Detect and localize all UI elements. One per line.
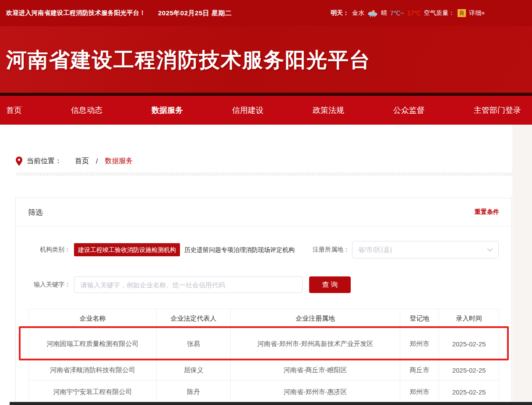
- top-bar: 欢迎进入河南省建设工程消防技术服务阳光平台！ 2025年02月25日 星期二 明…: [0, 0, 532, 26]
- weather-widget: 明天： 金水 晴 7℃~ 17℃ 空气质量： 良 详细»: [331, 0, 485, 26]
- footer-edge-bar: [10, 402, 532, 405]
- breadcrumb-label: 当前位置：: [27, 157, 62, 166]
- region-filter-group: 注册所属地： 省/市/区(县): [313, 241, 511, 258]
- nav-item-policy[interactable]: 政策法规: [313, 105, 344, 115]
- cell-company-name: 河南固瑞工程质量检测有限公司: [29, 328, 157, 360]
- table-row[interactable]: 河南宇宁安装工程有限公司 陈丹 河南省-郑州市-惠济区 郑州市 2025-02-…: [29, 381, 499, 404]
- query-button[interactable]: 查 询: [309, 276, 351, 293]
- cell-legal-representative: 陈丹: [157, 381, 231, 404]
- breadcrumb-current-link[interactable]: 数据服务: [105, 157, 133, 166]
- cell-company-name: 河南省泽顺消防科技有限公司: [29, 360, 157, 381]
- filter-title: 筛选: [28, 207, 43, 217]
- cell-entry-date: 2025-02-25: [439, 381, 499, 404]
- cell-entry-date: 2025-02-25: [439, 360, 499, 381]
- col-registered-location: 企业注册属地: [231, 309, 400, 328]
- nav-item-news[interactable]: 信息动态: [71, 105, 102, 115]
- nav-item-admin-login[interactable]: 主管部门登录: [474, 105, 521, 115]
- nav-item-credit[interactable]: 信用建设: [232, 105, 264, 115]
- results-table: 企业名称 企业法定代表人 企业注册属地 登记地 录入时间 河南固瑞工程质量检测有…: [28, 309, 499, 404]
- nav-item-supervision[interactable]: 公众监督: [393, 105, 425, 115]
- page-background-strip: [512, 125, 532, 405]
- aqi-label: 空气质量：: [424, 9, 454, 17]
- cell-registration-city: 商丘市: [400, 360, 439, 381]
- date-text: 2025年02月25日 星期二: [158, 9, 232, 17]
- location-pin-icon: [16, 157, 22, 166]
- cell-legal-representative: 屈保义: [157, 360, 231, 381]
- sun-behind-cloud-icon: [367, 10, 378, 17]
- site-title: 河南省建设工程消防技术服务阳光平台: [6, 47, 532, 73]
- keyword-label: 输入关键字：: [16, 281, 70, 289]
- nav-item-data-service[interactable]: 数据服务: [151, 105, 183, 115]
- region-label: 注册所属地：: [313, 246, 349, 254]
- cell-registration-city: 郑州市: [400, 328, 439, 360]
- breadcrumb-separator: /: [96, 157, 98, 165]
- nav-separator: [0, 93, 532, 96]
- col-company-name: 企业名称: [29, 309, 157, 328]
- keyword-input[interactable]: [74, 276, 303, 293]
- category-option-selected[interactable]: 建设工程竣工验收消防设施检测机构: [74, 243, 180, 256]
- filter-panel: 筛选 重置条件 机构类别： 建设工程竣工验收消防设施检测机构 历史遗留问题专项治…: [15, 198, 512, 405]
- category-filter-row: 机构类别： 建设工程竣工验收消防设施检测机构 历史遗留问题专项治理消防现场评定机…: [16, 241, 511, 258]
- tomorrow-label: 明天：: [331, 9, 349, 17]
- col-entry-date: 录入时间: [439, 309, 499, 328]
- chevron-down-icon: [487, 246, 493, 254]
- reset-filters-button[interactable]: 重置条件: [475, 208, 499, 216]
- breadcrumb-home-link[interactable]: 首页: [75, 157, 89, 166]
- table-row[interactable]: 河南固瑞工程质量检测有限公司 张易 河南省-郑州市-郑州高新技术产业开发区 郑州…: [29, 328, 499, 360]
- cell-registered-location: 河南省-郑州市-惠济区: [231, 381, 400, 404]
- cell-entry-date: 2025-02-25: [439, 328, 499, 360]
- cell-company-name: 河南宇宁安装工程有限公司: [29, 381, 157, 404]
- nav-item-home[interactable]: 首页: [6, 105, 22, 115]
- main-nav: 首页 信息动态 数据服务 信用建设 政策法规 公众监督 主管部门登录: [0, 96, 532, 125]
- table-row[interactable]: 河南省泽顺消防科技有限公司 屈保义 河南省-商丘市-睢阳区 商丘市 2025-0…: [29, 360, 499, 381]
- breadcrumb: 当前位置： 首页 / 数据服务: [16, 157, 532, 166]
- col-registration-city: 登记地: [400, 309, 439, 328]
- temp-high: 17℃: [407, 10, 421, 17]
- category-option-unselected[interactable]: 历史遗留问题专项治理消防现场评定机构: [184, 246, 295, 253]
- weather-condition: 晴: [381, 9, 387, 17]
- filter-panel-header: 筛选 重置条件: [16, 198, 511, 227]
- weather-detail-link[interactable]: 详细»: [469, 9, 485, 17]
- cell-registration-city: 郑州市: [400, 381, 439, 404]
- category-label: 机构类别：: [16, 246, 70, 254]
- cell-legal-representative: 张易: [157, 328, 231, 360]
- temp-low: 7℃~: [390, 10, 404, 17]
- region-select[interactable]: 省/市/区(县): [352, 241, 499, 258]
- weather-city: 金水: [352, 9, 364, 17]
- col-legal-representative: 企业法定代表人: [157, 309, 231, 328]
- aqi-badge: 良: [458, 9, 466, 17]
- site-banner: 河南省建设工程消防技术服务阳光平台: [0, 26, 532, 93]
- cell-registered-location: 河南省-郑州市-郑州高新技术产业开发区: [231, 328, 400, 360]
- region-select-placeholder: 省/市/区(县): [358, 246, 392, 254]
- cell-registered-location: 河南省-商丘市-睢阳区: [231, 360, 400, 381]
- slash-divider: [16, 172, 512, 176]
- table-header-row: 企业名称 企业法定代表人 企业注册属地 登记地 录入时间: [29, 309, 499, 328]
- welcome-text: 欢迎进入河南省建设工程消防技术服务阳光平台！: [6, 9, 146, 17]
- keyword-filter-row: 输入关键字： 查 询: [16, 276, 511, 293]
